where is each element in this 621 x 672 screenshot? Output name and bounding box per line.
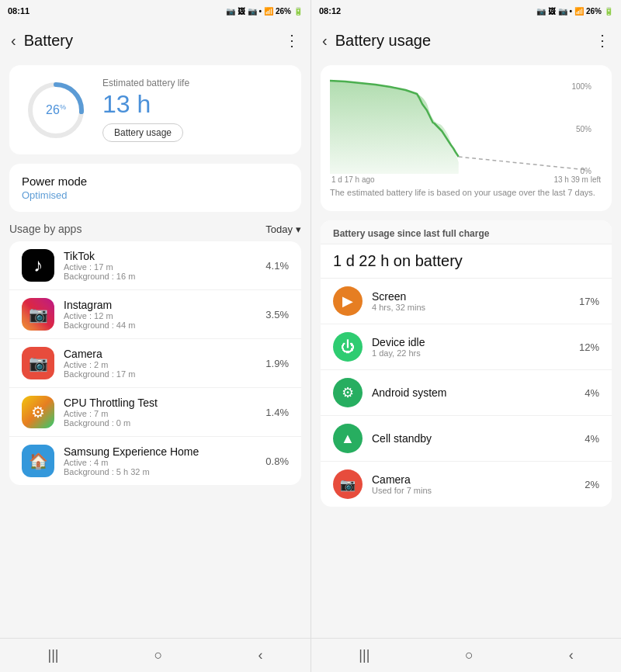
time-right: 08:12: [319, 6, 341, 16]
app-name: Instagram: [64, 299, 256, 311]
list-item[interactable]: ▶ Screen 4 hrs, 32 mins 17%: [321, 279, 612, 324]
top-bar-right: ‹ Battery usage ⋮: [311, 22, 621, 59]
right-panel: 08:12 📷 🖼 📷 • 📶 26% 🔋 ‹ Battery usage ⋮: [310, 0, 621, 672]
since-charge-time: 1 d 22 h on battery: [321, 244, 612, 279]
apps-list: ♪ TikTok Active : 17 m Background : 16 m…: [9, 241, 301, 485]
chart-svg-wrap: 100% 50% 0%: [330, 73, 602, 174]
chart-label-50: 50%: [571, 125, 592, 133]
cpu-icon: ⚙: [22, 396, 54, 428]
chart-label-100: 100%: [571, 82, 592, 91]
recent-apps-button[interactable]: |||: [48, 647, 59, 663]
app-sub1: Active : 2 m: [64, 360, 256, 369]
app-sub1: Active : 12 m: [64, 311, 256, 320]
usage-name: Device idle: [372, 336, 570, 348]
chart-time-labels: 1 d 17 h ago 13 h 39 m left: [330, 175, 602, 184]
list-item[interactable]: ⚙ Android system 4%: [321, 370, 612, 416]
list-item[interactable]: 📷 Camera Active : 2 m Background : 17 m …: [9, 339, 301, 388]
app-sub2: Background : 17 m: [64, 369, 256, 379]
app-pct: 4.1%: [265, 260, 289, 272]
power-mode-title: Power mode: [22, 175, 289, 188]
app-name: TikTok: [64, 250, 256, 262]
list-item[interactable]: ⚙ CPU Throttling Test Active : 7 m Backg…: [9, 388, 301, 437]
battery-note: The estimated battery life is based on y…: [330, 187, 602, 199]
nav-bar-left: ||| ○ ‹: [0, 638, 310, 672]
usage-sub: 4 hrs, 32 mins: [372, 303, 570, 312]
status-icons-right: 📷 🖼 📷 • 📶 26% 🔋: [536, 7, 613, 16]
usage-pct: 4%: [585, 387, 599, 399]
idle-icon: ⏻: [333, 332, 363, 362]
list-item[interactable]: ♪ TikTok Active : 17 m Background : 16 m…: [9, 241, 301, 290]
app-sub1: Active : 7 m: [64, 409, 256, 418]
usage-sub: 1 day, 22 hrs: [372, 348, 570, 358]
power-mode-card: Power mode Optimised: [9, 164, 301, 212]
list-item[interactable]: 🏠 Samsung Experience Home Active : 4 m B…: [9, 437, 301, 485]
battery-card: 26% Estimated battery life 13 h Battery …: [9, 65, 301, 154]
list-item[interactable]: ⏻ Device idle 1 day, 22 hrs 12%: [321, 324, 612, 370]
est-label: Estimated battery life: [102, 78, 286, 88]
battery-circle: 26%: [25, 79, 87, 141]
chart-time-right: 13 h 39 m left: [553, 175, 601, 184]
camera2-icon: 📷: [333, 469, 363, 499]
back-button-right[interactable]: ‹: [319, 29, 331, 53]
app-name: Samsung Experience Home: [64, 445, 256, 458]
usage-pct: 2%: [585, 479, 599, 490]
app-name: Camera: [64, 348, 256, 360]
power-mode-value: Optimised: [22, 189, 289, 201]
home-button[interactable]: ○: [154, 647, 163, 663]
usage-name: Cell standby: [372, 432, 575, 445]
tiktok-icon: ♪: [22, 249, 54, 282]
list-item[interactable]: 📷 Camera Used for 7 mins 2%: [321, 462, 612, 507]
usage-name: Screen: [372, 290, 570, 303]
battery-usage-button[interactable]: Battery usage: [102, 123, 183, 142]
battery-graph: [330, 73, 602, 174]
usage-pct: 12%: [579, 341, 599, 353]
home-icon: 🏠: [22, 445, 54, 477]
home-button-right[interactable]: ○: [465, 647, 474, 663]
back-button-left[interactable]: ‹: [8, 29, 19, 53]
more-button-left[interactable]: ⋮: [281, 28, 303, 53]
svg-line-2: [459, 157, 588, 170]
android-icon: ⚙: [333, 378, 363, 407]
app-name: CPU Throttling Test: [64, 397, 256, 409]
back-nav-button-right[interactable]: ‹: [569, 647, 574, 663]
app-sub2: Background : 16 m: [64, 272, 256, 281]
period-selector[interactable]: Today ▾: [265, 223, 301, 235]
time-left: 08:11: [8, 6, 29, 16]
screen-icon: ▶: [333, 286, 363, 316]
page-title-right: Battery usage: [335, 32, 431, 50]
recent-apps-button-right[interactable]: |||: [359, 647, 369, 663]
battery-hours: 13 h: [102, 90, 286, 119]
list-item[interactable]: ▲ Cell standby 4%: [321, 416, 612, 462]
usage-pct: 17%: [579, 296, 599, 307]
app-sub2: Background : 0 m: [64, 418, 256, 428]
app-sub1: Active : 4 m: [64, 458, 256, 467]
top-bar-left: ‹ Battery ⋮: [0, 22, 310, 59]
usage-header: Usage by apps Today ▾: [9, 223, 301, 235]
page-title-left: Battery: [24, 32, 73, 50]
app-sub1: Active : 17 m: [64, 262, 256, 272]
app-pct: 0.8%: [265, 456, 289, 467]
since-charge-header: Battery usage since last full charge: [321, 220, 612, 244]
since-charge-section: Battery usage since last full charge 1 d…: [321, 220, 612, 507]
camera-icon: 📷: [22, 347, 54, 379]
app-sub2: Background : 44 m: [64, 320, 256, 330]
battery-chart: 100% 50% 0% 1 d 17 h ago 13 h 39 m left …: [321, 65, 612, 211]
usage-sub: Used for 7 mins: [372, 486, 575, 495]
app-pct: 1.4%: [265, 407, 289, 418]
usage-by-apps-label: Usage by apps: [9, 223, 82, 235]
instagram-icon: 📷: [22, 298, 54, 331]
more-button-right[interactable]: ⋮: [592, 28, 613, 53]
back-nav-button[interactable]: ‹: [258, 647, 262, 663]
usage-name: Camera: [372, 473, 575, 486]
status-bar-left: 08:11 📷 🖼 📷 • 📶 26% 🔋: [0, 0, 310, 22]
status-bar-right: 08:12 📷 🖼 📷 • 📶 26% 🔋: [311, 0, 621, 22]
left-panel: 08:11 📷 🖼 📷 • 📶 26% 🔋 ‹ Battery ⋮ 26% Es: [0, 0, 310, 672]
cell-icon: ▲: [333, 424, 363, 453]
chart-time-left: 1 d 17 h ago: [331, 175, 375, 184]
usage-pct: 4%: [585, 433, 599, 445]
status-icons-left: 📷 🖼 📷 • 📶 26% 🔋: [226, 7, 303, 16]
list-item[interactable]: 📷 Instagram Active : 12 m Background : 4…: [9, 290, 301, 339]
usage-name: Android system: [372, 386, 575, 399]
app-pct: 3.5%: [265, 309, 289, 320]
battery-percentage: 26: [46, 103, 60, 116]
